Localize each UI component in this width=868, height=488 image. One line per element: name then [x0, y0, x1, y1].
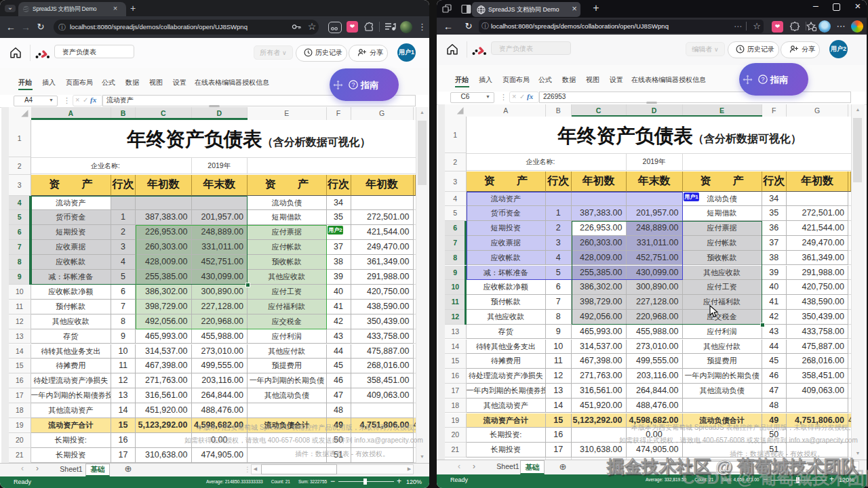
- svg-text:?: ?: [351, 81, 355, 88]
- svg-text:?: ?: [761, 76, 764, 83]
